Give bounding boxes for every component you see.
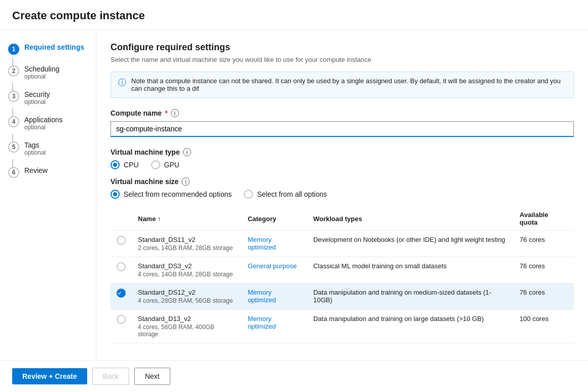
radio-circle-size-recommended	[111, 190, 120, 199]
step-name-tags: Tags	[24, 141, 46, 149]
vm-table: Name ↑CategoryWorkload typesAvailable qu…	[111, 207, 574, 343]
row-workload-ds3v2: Classical ML model training on small dat…	[307, 257, 513, 283]
vm-type-info-icon[interactable]: i	[183, 148, 191, 156]
row-workload-d13v2: Data manipulation and training on large …	[307, 310, 513, 343]
row-name-d13v2: Standard_D13_v24 cores, 56GB RAM, 400GB …	[132, 310, 242, 343]
step-name-applications: Applications	[24, 116, 63, 124]
table-row[interactable]: Standard_DS12_v24 cores, 28GB RAM, 56GB …	[111, 283, 574, 310]
table-header-select	[111, 207, 132, 231]
vm-type-radio-group: CPUGPU	[111, 160, 574, 169]
row-radio-ds11v2[interactable]	[111, 231, 132, 257]
table-header-name[interactable]: Name ↑	[132, 207, 242, 231]
step-badge-scheduling: 2	[8, 65, 19, 77]
sidebar-item-required-settings[interactable]: 1Required settings	[0, 38, 96, 60]
step-name-scheduling: Scheduling	[24, 65, 59, 73]
step-badge-review: 6	[8, 167, 19, 178]
required-star: *	[165, 109, 167, 117]
sidebar-item-tags[interactable]: 5Tagsoptional	[0, 136, 96, 161]
table-header-category: Category	[242, 207, 307, 231]
step-badge-tags: 5	[8, 141, 19, 153]
row-quota-ds11v2: 76 cores	[513, 231, 574, 257]
vm-size-option-all[interactable]: Select from all options	[244, 190, 327, 199]
compute-name-info-icon[interactable]: i	[171, 109, 179, 117]
review-create-button[interactable]: Review + Create	[12, 368, 87, 384]
row-quota-ds12v2: 76 cores	[513, 283, 574, 310]
row-radio-circle-ds11v2	[117, 236, 126, 245]
row-workload-ds12v2: Data manipulation and training on medium…	[307, 283, 513, 310]
sidebar-item-applications[interactable]: 4Applicationsoptional	[0, 111, 96, 136]
info-banner-text: Note that a compute instance can not be …	[131, 77, 566, 92]
table-row[interactable]: Standard_D13_v24 cores, 56GB RAM, 400GB …	[111, 310, 574, 343]
row-name-ds12v2: Standard_DS12_v24 cores, 28GB RAM, 56GB …	[132, 283, 242, 310]
row-category-d13v2[interactable]: Memory optimized	[242, 310, 307, 343]
vm-size-option-recommended[interactable]: Select from recommended options	[111, 190, 232, 199]
main-content: Configure required settings Select the n…	[96, 30, 588, 360]
row-quota-d13v2: 100 cores	[513, 310, 574, 343]
row-name-ds11v2: Standard_DS11_v22 cores, 14GB RAM, 28GB …	[132, 231, 242, 257]
row-radio-ds3v2[interactable]	[111, 257, 132, 283]
section-title: Configure required settings	[111, 42, 574, 53]
vm-type-label: Virtual machine type i	[111, 148, 574, 156]
next-button[interactable]: Next	[134, 368, 170, 385]
radio-label-size-all: Select from all options	[257, 190, 327, 198]
row-radio-circle-ds3v2	[117, 262, 126, 271]
row-radio-ds12v2[interactable]	[111, 283, 132, 310]
row-category-ds11v2[interactable]: Memory optimized	[242, 231, 307, 257]
vm-size-info-icon[interactable]: i	[181, 177, 190, 186]
table-header-workload: Workload types	[307, 207, 513, 231]
compute-name-label: Compute name * i	[111, 109, 574, 117]
table-row[interactable]: Standard_DS3_v24 cores, 14GB RAM, 28GB s…	[111, 257, 574, 283]
page-title: Create compute instance	[0, 0, 588, 30]
radio-label-gpu: GPU	[164, 161, 179, 169]
step-optional-tags: optional	[24, 149, 46, 156]
radio-label-size-recommended: Select from recommended options	[124, 190, 232, 198]
row-category-ds12v2[interactable]: Memory optimized	[242, 283, 307, 310]
row-radio-circle-ds12v2	[117, 289, 126, 298]
radio-circle-cpu	[111, 160, 120, 169]
step-badge-security: 3	[8, 91, 19, 102]
step-badge-required-settings: 1	[8, 44, 19, 55]
row-radio-circle-d13v2	[117, 315, 126, 324]
info-banner: ⓘ Note that a compute instance can not b…	[111, 72, 574, 98]
row-radio-d13v2[interactable]	[111, 310, 132, 343]
step-name-review: Review	[24, 166, 48, 174]
sidebar-item-security[interactable]: 3Securityoptional	[0, 85, 96, 111]
section-subtitle: Select the name and virtual machine size…	[111, 56, 574, 63]
vm-type-option-gpu[interactable]: GPU	[151, 160, 179, 169]
radio-label-cpu: CPU	[124, 161, 139, 169]
radio-circle-gpu	[151, 160, 160, 169]
row-quota-ds3v2: 76 cores	[513, 257, 574, 283]
vm-size-radio-group: Select from recommended optionsSelect fr…	[111, 190, 574, 199]
back-button[interactable]: Back	[92, 368, 129, 385]
vm-type-option-cpu[interactable]: CPU	[111, 160, 139, 169]
row-name-ds3v2: Standard_DS3_v24 cores, 14GB RAM, 28GB s…	[132, 257, 242, 283]
table-header-quota: Available quota	[513, 207, 574, 231]
info-banner-icon: ⓘ	[118, 78, 126, 88]
step-optional-applications: optional	[24, 124, 63, 131]
step-optional-scheduling: optional	[24, 73, 59, 80]
step-optional-security: optional	[24, 98, 50, 105]
sidebar-item-review[interactable]: 6Review	[0, 161, 96, 183]
bottom-bar: Review + Create Back Next	[0, 360, 588, 392]
radio-circle-size-all	[244, 190, 253, 199]
step-badge-applications: 4	[8, 116, 19, 127]
row-workload-ds11v2: Development on Notebooks (or other IDE) …	[307, 231, 513, 257]
compute-name-input[interactable]	[111, 121, 574, 137]
sidebar: 1Required settings2Schedulingoptional3Se…	[0, 30, 96, 360]
sidebar-item-scheduling[interactable]: 2Schedulingoptional	[0, 60, 96, 85]
table-row[interactable]: Standard_DS11_v22 cores, 14GB RAM, 28GB …	[111, 231, 574, 257]
step-name-required-settings: Required settings	[24, 43, 84, 51]
vm-size-label: Virtual machine size i	[111, 177, 574, 186]
row-category-ds3v2[interactable]: General purpose	[242, 257, 307, 283]
step-name-security: Security	[24, 90, 50, 98]
